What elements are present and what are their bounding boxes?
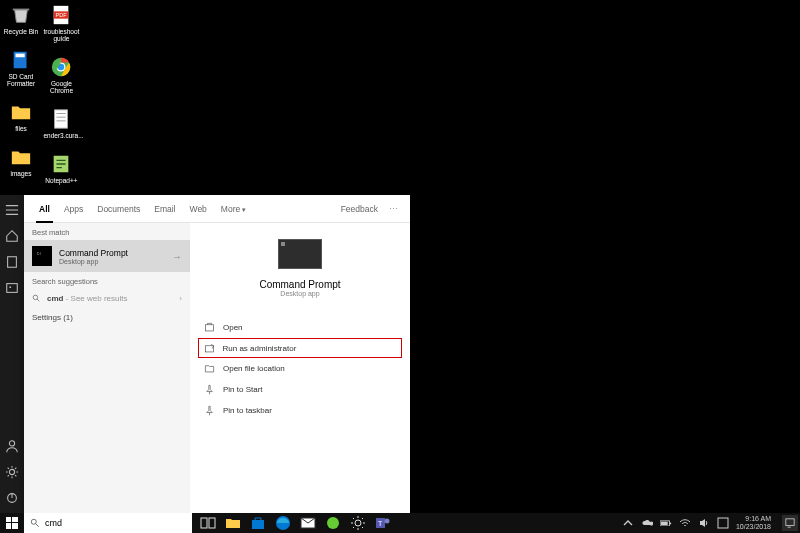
search-icon (30, 518, 40, 528)
taskbar-edge[interactable] (275, 515, 291, 531)
bin-icon (10, 4, 32, 26)
tray-battery-icon[interactable] (660, 517, 672, 529)
search-input[interactable] (45, 518, 186, 528)
desktop-icon-notepad-pp[interactable]: Notepad++ (43, 153, 79, 184)
pictures-rail-icon[interactable] (5, 281, 19, 295)
tab-apps[interactable]: Apps (57, 196, 90, 222)
desktop-icon-files[interactable]: files (3, 101, 39, 132)
clock-time: 9:16 AM (736, 515, 771, 523)
best-match-title: Command Prompt (59, 248, 128, 258)
settings-rail-icon[interactable] (5, 465, 19, 479)
best-match-item[interactable]: C:\ Command Prompt Desktop app → (24, 240, 190, 272)
suggestions-label: Search suggestions (24, 272, 190, 289)
desktop-icon-google-chrome[interactable]: Google Chrome (43, 56, 79, 94)
svg-rect-24 (12, 523, 18, 529)
documents-rail-icon[interactable] (5, 255, 19, 269)
taskbar-settings[interactable] (350, 515, 366, 531)
desktop-icon-ender3-cura[interactable]: ender3.cura... (43, 108, 79, 139)
desktop-icon-label: files (3, 125, 39, 132)
open-icon (204, 322, 215, 333)
svg-text:PDF: PDF (56, 12, 68, 18)
search-preview-column: Command Prompt Desktop app OpenRun as ad… (190, 223, 410, 513)
action-pin-taskbar[interactable]: Pin to taskbar (198, 400, 402, 421)
svg-point-34 (385, 519, 390, 524)
svg-text:T: T (378, 520, 383, 527)
home-icon[interactable] (5, 229, 19, 243)
clock-date: 10/23/2018 (736, 523, 771, 531)
npp-icon (50, 153, 72, 175)
taskbar-task-view[interactable] (200, 515, 216, 531)
svg-point-13 (9, 441, 14, 446)
svg-point-25 (31, 519, 36, 524)
taskbar-teams[interactable]: T (375, 515, 391, 531)
tray-volume-icon[interactable] (698, 517, 710, 529)
svg-rect-21 (6, 517, 11, 522)
search-results-column: Best match C:\ Command Prompt Desktop ap… (24, 223, 190, 513)
svg-rect-20 (205, 345, 213, 351)
tab-documents[interactable]: Documents (90, 196, 147, 222)
hamburger-icon[interactable] (5, 203, 19, 217)
action-label: Open (223, 323, 243, 332)
action-open-file-location[interactable]: Open file location (198, 358, 402, 379)
svg-point-14 (9, 469, 14, 474)
desktop-icon-label: ender3.cura... (43, 132, 79, 139)
search-tabs: AllAppsDocumentsEmailWebMore▾ Feedback ⋯ (24, 195, 410, 223)
feedback-link[interactable]: Feedback (334, 196, 385, 222)
svg-point-18 (33, 295, 38, 300)
account-icon[interactable] (5, 439, 19, 453)
tray-tray-up-icon[interactable] (622, 517, 634, 529)
taskbar-app-green[interactable] (325, 515, 341, 531)
tray-onedrive-icon[interactable] (641, 517, 653, 529)
more-options-icon[interactable]: ⋯ (385, 200, 402, 218)
desktop-icon-label: Recycle Bin (3, 28, 39, 35)
svg-point-31 (327, 517, 339, 529)
desktop-icon-images[interactable]: images (3, 146, 39, 177)
chrome-icon (50, 56, 72, 78)
best-match-label: Best match (24, 223, 190, 240)
tab-web[interactable]: Web (183, 196, 214, 222)
desktop-icon-sd-card-formatter[interactable]: SD Card Formatter (3, 49, 39, 87)
settings-results[interactable]: Settings (1) (24, 308, 190, 327)
action-label: Run as administrator (223, 344, 297, 353)
pin-icon (204, 405, 215, 416)
svg-rect-10 (8, 257, 17, 268)
action-run-admin[interactable]: Run as administrator (198, 338, 402, 358)
action-label: Pin to taskbar (223, 406, 272, 415)
tab-email[interactable]: Email (147, 196, 182, 222)
svg-rect-8 (55, 110, 68, 128)
taskbar-mail[interactable] (300, 515, 316, 531)
svg-rect-39 (718, 518, 728, 528)
tab-all[interactable]: All (32, 196, 57, 222)
start-button[interactable] (0, 513, 24, 533)
pin-icon (204, 384, 215, 395)
action-pin-start[interactable]: Pin to Start (198, 379, 402, 400)
taskbar-file-explorer[interactable] (225, 515, 241, 531)
tray-wifi-icon[interactable] (679, 517, 691, 529)
power-icon[interactable] (5, 491, 19, 505)
suggestion-term: cmd (47, 294, 63, 303)
desktop-icon-label: SD Card Formatter (3, 73, 39, 87)
desktop-icon-troubleshoot-guide[interactable]: PDFtroubleshoot guide (43, 4, 79, 42)
sheet-icon (50, 108, 72, 130)
preview-title: Command Prompt (190, 279, 410, 290)
desktop-icon-label: Google Chrome (43, 80, 79, 94)
suggestion-item[interactable]: cmd - See web results › (24, 289, 190, 308)
svg-rect-28 (252, 520, 264, 529)
tray-ime-icon[interactable] (717, 517, 729, 529)
notifications-button[interactable] (782, 515, 798, 531)
action-open[interactable]: Open (198, 317, 402, 338)
desktop-icon-recycle-bin[interactable]: Recycle Bin (3, 4, 39, 35)
sd-icon (10, 49, 32, 71)
taskbar-clock[interactable]: 9:16 AM 10/23/2018 (736, 515, 771, 530)
desktop-icon-label: images (3, 170, 39, 177)
admin-icon (204, 343, 215, 354)
taskbar-search-box[interactable] (24, 513, 192, 533)
tab-more[interactable]: More▾ (214, 196, 253, 222)
start-left-rail (0, 195, 24, 513)
svg-rect-22 (12, 517, 18, 522)
suggestion-hint: - See web results (63, 294, 127, 303)
svg-rect-40 (786, 519, 794, 526)
folder-icon (204, 363, 215, 374)
taskbar-store[interactable] (250, 515, 266, 531)
svg-rect-38 (661, 521, 668, 524)
